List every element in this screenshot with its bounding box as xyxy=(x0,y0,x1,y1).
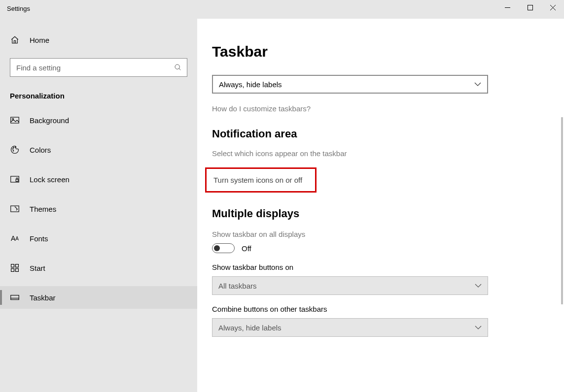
toggle-state: Off xyxy=(242,244,251,253)
combine-other-dropdown[interactable]: Always, hide labels xyxy=(212,318,488,337)
toggle-knob xyxy=(214,245,220,251)
chevron-down-icon xyxy=(475,326,482,329)
sidebar-item-start[interactable]: Start xyxy=(0,257,197,279)
label-show-buttons-on: Show taskbar buttons on xyxy=(212,263,564,271)
dropdown-value: All taskbars xyxy=(218,282,257,290)
svg-point-8 xyxy=(13,149,14,150)
section-multiple-displays: Multiple displays xyxy=(212,207,564,220)
search-input[interactable] xyxy=(16,64,174,72)
maximize-button[interactable] xyxy=(519,0,541,15)
sidebar-item-fonts[interactable]: AA Fonts xyxy=(0,227,197,250)
close-icon xyxy=(550,5,556,10)
show-buttons-on-dropdown[interactable]: All taskbars xyxy=(212,276,488,295)
svg-rect-16 xyxy=(16,264,19,267)
section-notification-area: Notification area xyxy=(212,128,564,140)
sidebar-item-label: Taskbar xyxy=(30,294,56,302)
content-pane: Taskbar Always, hide labels How do I cus… xyxy=(197,19,564,392)
titlebar: Settings xyxy=(0,0,564,19)
link-select-icons[interactable]: Select which icons appear on the taskbar xyxy=(212,149,564,158)
sidebar-item-taskbar[interactable]: Taskbar xyxy=(0,286,197,309)
sidebar-category: Personalization xyxy=(0,82,197,109)
chevron-down-icon xyxy=(475,284,482,288)
sidebar-item-label: Colors xyxy=(30,146,51,154)
sidebar-item-label: Fonts xyxy=(30,234,48,243)
link-system-icons[interactable]: Turn system icons on or off xyxy=(213,176,302,184)
help-link[interactable]: How do I customize taskbars? xyxy=(212,104,564,113)
nav-home-label: Home xyxy=(30,36,49,44)
themes-icon xyxy=(10,205,20,212)
palette-icon xyxy=(10,145,20,154)
svg-rect-15 xyxy=(11,264,14,267)
sidebar-item-lockscreen[interactable]: Lock screen xyxy=(0,168,197,191)
chevron-down-icon xyxy=(474,82,481,86)
sidebar-item-label: Lock screen xyxy=(30,175,70,184)
toggle-title: Show taskbar on all displays xyxy=(212,230,564,238)
page-title: Taskbar xyxy=(212,43,564,60)
minimize-icon xyxy=(505,5,510,10)
search-box[interactable] xyxy=(10,58,187,77)
dropdown-value: Always, hide labels xyxy=(219,80,282,89)
scrollbar[interactable] xyxy=(561,19,563,392)
svg-rect-17 xyxy=(11,269,14,272)
sidebar: Home Personalization Background Co xyxy=(0,19,197,392)
dropdown-value: Always, hide labels xyxy=(218,324,282,332)
svg-rect-6 xyxy=(11,117,19,123)
label-combine-other: Combine buttons on other taskbars xyxy=(212,305,564,313)
search-icon xyxy=(174,64,182,71)
scrollbar-thumb[interactable] xyxy=(561,117,563,304)
svg-point-4 xyxy=(175,65,179,69)
close-button[interactable] xyxy=(541,0,564,15)
svg-rect-1 xyxy=(528,5,532,10)
taskbar-icon xyxy=(10,294,20,300)
sidebar-item-background[interactable]: Background xyxy=(0,109,197,131)
sidebar-item-label: Background xyxy=(30,116,69,125)
svg-rect-18 xyxy=(16,269,19,272)
lockscreen-icon xyxy=(10,176,20,183)
show-all-displays-toggle[interactable] xyxy=(212,243,235,253)
fonts-icon: AA xyxy=(10,234,20,242)
sidebar-item-themes[interactable]: Themes xyxy=(0,197,197,220)
highlight-box: Turn system icons on or off xyxy=(205,167,317,193)
svg-line-5 xyxy=(179,68,180,70)
combine-buttons-dropdown[interactable]: Always, hide labels xyxy=(212,75,488,94)
sidebar-item-colors[interactable]: Colors xyxy=(0,138,197,161)
window-title: Settings xyxy=(0,0,30,12)
sidebar-item-label: Start xyxy=(30,264,45,272)
start-icon xyxy=(10,264,20,272)
minimize-button[interactable] xyxy=(496,0,519,15)
svg-rect-13 xyxy=(16,179,18,182)
svg-point-9 xyxy=(13,147,14,148)
svg-rect-19 xyxy=(11,295,19,300)
nav-home[interactable]: Home xyxy=(0,29,197,51)
svg-point-10 xyxy=(15,147,16,148)
svg-point-11 xyxy=(13,151,14,152)
home-icon xyxy=(10,35,20,44)
sidebar-item-label: Themes xyxy=(30,205,56,213)
maximize-icon xyxy=(528,5,533,10)
picture-icon xyxy=(10,117,20,124)
